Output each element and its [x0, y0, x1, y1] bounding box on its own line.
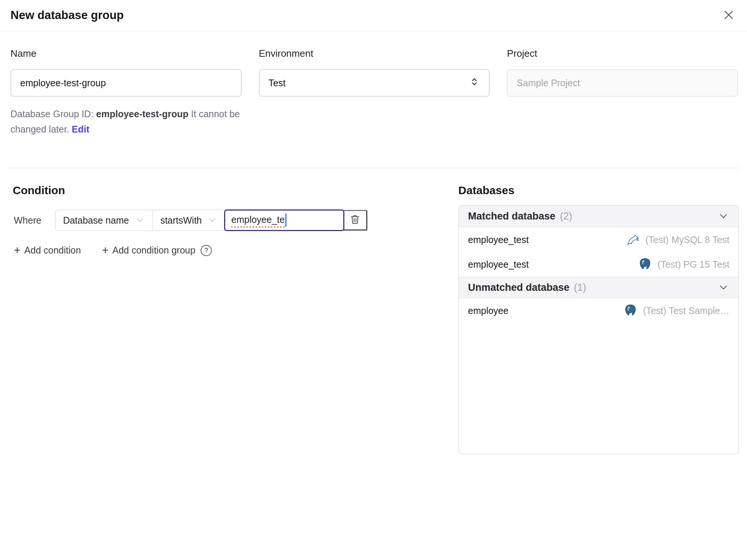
close-button[interactable]: [721, 7, 737, 24]
postgresql-icon: [638, 257, 653, 272]
project-label: Project: [507, 48, 738, 59]
chevron-down-icon: [717, 281, 729, 293]
name-label: Name: [10, 48, 242, 59]
help-icon[interactable]: ?: [201, 245, 212, 256]
table-row[interactable]: employee_test (Test) MySQL 8 Test: [459, 227, 738, 252]
database-instance-label: (Test) PG 15 Test: [657, 259, 729, 270]
database-name: employee_test: [468, 259, 529, 270]
chevron-down-icon: [717, 210, 729, 222]
edit-id-link[interactable]: Edit: [72, 124, 89, 134]
database-name: employee_test: [468, 234, 529, 245]
databases-heading: Databases: [458, 184, 739, 197]
trash-icon: [349, 214, 361, 227]
mysql-icon: [626, 232, 641, 247]
condition-section: Condition Where Database name startsWith: [10, 184, 440, 454]
database-name: employee: [468, 305, 508, 316]
condition-row: Where Database name startsWith emp: [10, 209, 440, 231]
matched-database-count: (2): [560, 211, 572, 222]
matched-database-title: Matched database: [468, 211, 555, 222]
group-id-hint: Database Group ID: employee-test-group I…: [10, 106, 242, 137]
matched-database-header[interactable]: Matched database (2): [459, 206, 738, 227]
where-label: Where: [14, 215, 41, 226]
environment-label: Environment: [259, 48, 490, 59]
condition-heading: Condition: [10, 184, 440, 197]
condition-field-select[interactable]: Database name: [56, 210, 152, 230]
condition-actions: + Add condition + Add condition group ?: [10, 245, 440, 256]
close-icon: [722, 9, 735, 22]
databases-panel: Matched database (2) employee_test: [458, 205, 739, 454]
matched-database-rows: employee_test (Test) MySQL 8 Test employ…: [459, 227, 738, 277]
environment-selected-value: Test: [269, 78, 286, 88]
condition-value-input[interactable]: employee_te: [224, 209, 344, 231]
chevron-down-icon: [208, 215, 217, 225]
database-instance: (Test) MySQL 8 Test: [626, 232, 729, 247]
delete-condition-button[interactable]: [344, 210, 367, 230]
database-instance-label: (Test) MySQL 8 Test: [645, 234, 729, 245]
group-id-value: employee-test-group: [96, 109, 188, 119]
unmatched-database-count: (1): [574, 282, 586, 293]
unmatched-database-rows: employee (Test) Test Sample…: [459, 298, 738, 323]
dialog-header: New database group: [0, 0, 747, 31]
add-condition-group-label: Add condition group: [112, 245, 195, 256]
add-condition-button[interactable]: + Add condition: [14, 245, 81, 256]
condition-operator-select[interactable]: startsWith: [152, 210, 225, 230]
lower-section: Condition Where Database name startsWith: [0, 168, 747, 454]
postgresql-icon: [623, 303, 638, 318]
plus-icon: +: [14, 245, 21, 256]
condition-field-value: Database name: [63, 215, 129, 226]
name-input[interactable]: [10, 69, 242, 97]
database-instance: (Test) PG 15 Test: [638, 257, 729, 272]
page-title: New database group: [10, 9, 124, 22]
add-condition-group-button[interactable]: + Add condition group ?: [102, 245, 212, 256]
chevron-down-icon: [135, 215, 145, 225]
table-row[interactable]: employee_test (Test) PG 15 Test: [459, 252, 738, 277]
project-field-group: Project: [507, 48, 738, 146]
database-instance-label: (Test) Test Sample…: [643, 305, 729, 316]
form-row: Name Database Group ID: employee-test-gr…: [0, 31, 747, 146]
environment-select[interactable]: Test: [259, 69, 490, 97]
project-input: [507, 69, 738, 97]
databases-section: Databases Matched database (2) employee_…: [458, 184, 739, 454]
chevron-up-down-icon: [469, 76, 480, 90]
condition-value-text: employee_te: [231, 214, 285, 228]
group-id-hint-prefix: Database Group ID:: [10, 109, 96, 119]
environment-field-group: Environment Test: [259, 48, 490, 146]
condition-operator-value: startsWith: [160, 215, 202, 226]
text-caret: [285, 214, 286, 227]
condition-expression-group: Database name startsWith employee_te: [55, 209, 368, 231]
name-field-group: Name Database Group ID: employee-test-gr…: [10, 48, 242, 146]
add-condition-label: Add condition: [24, 245, 81, 256]
plus-icon: +: [102, 245, 109, 256]
unmatched-database-header[interactable]: Unmatched database (1): [459, 277, 738, 298]
table-row[interactable]: employee (Test) Test Sample…: [459, 298, 738, 323]
unmatched-database-title: Unmatched database: [468, 282, 570, 293]
database-instance: (Test) Test Sample…: [623, 303, 729, 318]
